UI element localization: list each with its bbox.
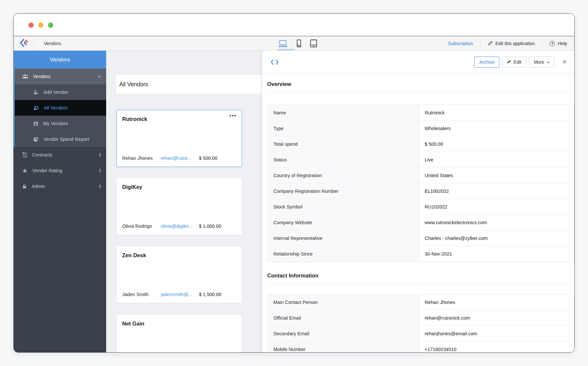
secondary-email-link[interactable]: rehanjhones@email.com: [419, 326, 477, 341]
official-email-link[interactable]: rehan@rutronick.com: [419, 310, 470, 325]
field-value: +17160234510: [419, 341, 456, 353]
table-row: Internal Representative Charles - charle…: [268, 230, 569, 246]
edit-button-label: Edit: [514, 59, 521, 65]
tablet-view-icon[interactable]: [310, 39, 318, 48]
card-menu-icon[interactable]: •••: [229, 113, 237, 118]
breadcrumb: Vendors: [44, 37, 61, 50]
sidebar-item-contracts[interactable]: Contracts: [14, 147, 106, 163]
vendor-card-netgain[interactable]: Net Gain: [116, 314, 242, 353]
sidebar-item-all-vendors[interactable]: All Vendors: [14, 100, 106, 116]
close-window-button[interactable]: [28, 23, 34, 28]
field-label: Official Email: [268, 310, 419, 325]
field-label: Internal Representative: [268, 230, 419, 246]
vendor-name: Net Gain: [122, 321, 144, 327]
sidebar-item-my-vendors[interactable]: My Vendors: [14, 116, 106, 131]
traffic-lights: [28, 23, 53, 28]
section-divider: [267, 92, 570, 93]
sidebar-item-vendors[interactable]: Vendors: [14, 69, 106, 84]
card-summary-row: Rehan Jhones rehan@rutro... $ 500.00: [122, 156, 237, 161]
vendor-email-link[interactable]: rehan@rutro...: [161, 156, 199, 161]
help-icon: ?: [549, 41, 555, 46]
field-label: Relationship Since: [268, 246, 419, 262]
subscription-link[interactable]: Subscription: [441, 37, 481, 50]
table-row: Mobile Number +17160234510: [268, 341, 569, 353]
desktop-view-icon[interactable]: [278, 40, 288, 47]
record-detail-header: Archive Edit More: [262, 51, 574, 74]
table-row: Company Registration Number EL1002022: [268, 183, 569, 199]
company-website-link[interactable]: www.rutronickelectronics.com: [419, 215, 487, 230]
phone-view-icon[interactable]: [296, 39, 302, 48]
vendor-card-digikey[interactable]: DigiKey Olivia Rodrigo olivia@digike... …: [116, 178, 242, 235]
chevron-right-icon: [99, 169, 101, 173]
vendor-email-link[interactable]: jadensmith@...: [161, 292, 199, 297]
table-row: Type Wholesalers: [268, 121, 569, 136]
table-row: Country of Registration United States: [268, 168, 569, 183]
vendor-name: DigiKey: [122, 184, 142, 190]
close-icon[interactable]: ✕: [562, 59, 567, 65]
minimize-window-button[interactable]: [38, 23, 43, 28]
vendor-email-link[interactable]: olivia@digike...: [161, 224, 199, 229]
table-row: Secondary Email rehanjhones@email.com: [268, 326, 569, 341]
app-logo[interactable]: [14, 37, 33, 50]
edit-application-button[interactable]: Edit this application: [481, 37, 542, 50]
table-row: Official Email rehan@rutronick.com: [268, 310, 569, 326]
chevron-down-icon: [547, 59, 550, 65]
field-label: Status: [268, 152, 419, 167]
sidebar-item-label: My Vendors: [43, 121, 68, 126]
record-actions: Archive Edit More: [474, 57, 567, 68]
card-summary-row: Olivia Rodrigo olivia@digike... $ 1,000.…: [122, 224, 237, 229]
vendor-card-rutronick[interactable]: Rutronick ••• Rehan Jhones rehan@rutro..…: [116, 110, 242, 167]
field-value: 30-Nov-2021: [419, 246, 452, 262]
zoom-window-button[interactable]: [48, 23, 53, 28]
vendor-amount: $ 1,500.00: [199, 292, 221, 297]
sidebar-title: Vendors: [14, 51, 106, 69]
sidebar-item-admin[interactable]: Admin: [14, 178, 106, 194]
field-label: Secondary Email: [268, 326, 419, 341]
app-body: Vendors Vendors: [14, 51, 574, 353]
vendor-card-zendesk[interactable]: Zen Desk Jaden Smith jadensmith@... $ 1,…: [116, 246, 242, 303]
lock-icon: [22, 184, 27, 189]
person-add-icon: [33, 90, 39, 95]
expand-record-icon[interactable]: [270, 59, 279, 65]
vendor-amount: $ 500.00: [199, 156, 217, 161]
help-button[interactable]: ? Help: [542, 37, 574, 50]
contact-card-icon: [33, 121, 38, 126]
group-icon: [22, 74, 28, 79]
more-button[interactable]: More: [529, 57, 555, 68]
sidebar-item-vendor-spend-report[interactable]: Vendor Spend Report: [14, 131, 106, 147]
vendor-contact: Jaden Smith: [122, 292, 161, 297]
field-label: Company Registration Number: [268, 183, 419, 199]
sidebar-item-add-vendor[interactable]: Add Vendor: [14, 84, 106, 100]
table-row: Name Rutronick: [268, 105, 569, 121]
chevron-right-icon: [99, 153, 101, 157]
screen: Vendors: [0, 0, 588, 366]
field-value: Rehan Jhones: [419, 294, 455, 310]
field-value: RU102022: [419, 199, 447, 214]
field-value: Live: [419, 152, 433, 167]
toolbar-right-group: Subscription Edit this application ? Hel…: [441, 37, 574, 50]
field-value: Wholesalers: [419, 121, 451, 136]
table-row: Total spend $ 500.00: [268, 136, 569, 152]
archive-button[interactable]: Archive: [474, 57, 499, 68]
contact-section-title: Contact Information: [267, 273, 570, 279]
sidebar-item-label: Vendor Rating: [32, 168, 62, 173]
field-label: Stock Symbol: [268, 199, 419, 214]
record-detail-content: Overview Name Rutronick Type Wholesalers…: [262, 74, 574, 353]
vendor-list-area: All Vendors Rutronick ••• Rehan Jhones r…: [106, 51, 262, 353]
device-preview-switcher: [278, 37, 318, 50]
edit-button[interactable]: Edit: [502, 57, 526, 68]
sidebar-item-label: Add Vendor: [43, 90, 68, 95]
field-label: Country of Registration: [268, 168, 419, 183]
vendor-amount: $ 1,000.00: [199, 224, 221, 229]
field-label: Total spend: [268, 136, 419, 152]
sidebar-item-vendor-rating[interactable]: Vendor Rating: [14, 163, 106, 178]
people-icon: [33, 106, 39, 110]
chevron-down-icon: [97, 75, 101, 78]
pencil-icon: [488, 41, 493, 46]
field-label: Name: [268, 105, 419, 120]
list-title: All Vendors: [116, 75, 262, 94]
table-row: Main Contact Person Rehan Jhones: [268, 294, 569, 310]
contact-table: Main Contact Person Rehan Jhones Officia…: [267, 294, 570, 353]
pencil-icon: [507, 59, 511, 65]
contract-icon: [22, 152, 27, 158]
